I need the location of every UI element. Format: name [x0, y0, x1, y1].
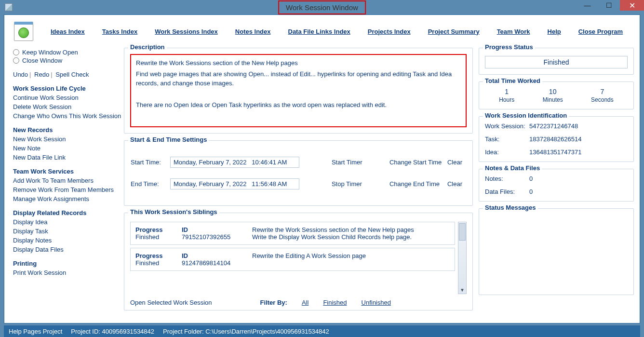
new-note-link[interactable]: New Note	[13, 145, 124, 152]
minutes-value: 10	[543, 88, 563, 95]
sibling-progress-value: Finished	[135, 233, 179, 241]
life-cycle-header: Work Session Life Cycle	[13, 85, 124, 92]
change-owner-link[interactable]: Change Who Owns This Work Session	[13, 112, 124, 120]
time-settings-legend: Start & End Time Settings	[128, 136, 209, 143]
menu-data-file-links-index[interactable]: Data File Links Index	[288, 28, 350, 35]
end-time-input[interactable]	[170, 178, 299, 189]
new-work-session-link[interactable]: New Work Session	[13, 135, 124, 143]
ws-id-value: 54722371246748	[529, 122, 628, 130]
sibling-progress-header: Progress	[135, 226, 179, 233]
menu-tasks-index[interactable]: Tasks Index	[102, 28, 137, 35]
sibling-id-value: 79152107392655	[182, 233, 249, 241]
siblings-list: Progress ID Rewrite the Work Sessions se…	[130, 219, 455, 294]
data-files-count-label: Data Files:	[485, 188, 529, 195]
titlebar: Work Session Window — ☐ ✕	[0, 0, 644, 14]
add-work-team-link[interactable]: Add Work To Team Members	[13, 177, 124, 184]
close-button[interactable]: ✕	[620, 0, 644, 11]
manage-assignments-link[interactable]: Manage Work Assignments	[13, 195, 124, 202]
idea-id-label: Idea:	[485, 148, 529, 156]
sibling-row[interactable]: Progress ID Rewrite the Editing A Work S…	[130, 248, 455, 271]
sibling-desc-line: Rewrite the Work Sessions section of the…	[252, 226, 450, 233]
progress-status-legend: Progress Status	[483, 43, 535, 51]
continue-work-session-link[interactable]: Continue Work Session	[13, 94, 124, 101]
maximize-button[interactable]: ☐	[598, 0, 620, 11]
minimize-button[interactable]: —	[577, 0, 598, 11]
print-work-session-link[interactable]: Print Work Session	[13, 269, 124, 276]
siblings-scrollbar[interactable]: ▲ ▼	[458, 222, 467, 294]
status-messages-legend: Status Messages	[483, 204, 538, 211]
main-panel: Description Rewrite the Work Sessions se…	[124, 48, 479, 323]
sibling-progress-header: Progress	[135, 252, 179, 259]
menu-close-program[interactable]: Close Program	[578, 28, 623, 35]
seconds-label: Seconds	[591, 96, 614, 103]
filter-unfinished-link[interactable]: Unfinished	[362, 299, 391, 306]
scroll-down-icon[interactable]: ▼	[458, 286, 466, 294]
progress-status-field[interactable]	[485, 56, 628, 68]
undo-link[interactable]: Undo	[13, 71, 28, 78]
task-id-value: 183728482626514	[529, 135, 628, 143]
team-services-header: Team Work Services	[13, 168, 124, 175]
display-notes-link[interactable]: Display Notes	[13, 237, 124, 244]
notes-count-label: Notes:	[485, 175, 529, 182]
keep-window-open-radio[interactable]: Keep Window Open	[13, 49, 124, 56]
redo-link[interactable]: Redo	[34, 71, 49, 78]
scroll-thumb[interactable]	[459, 223, 466, 241]
sibling-desc-line: Write the Display Work Session Child Rec…	[252, 233, 450, 241]
start-timer-link[interactable]: Start Timer	[332, 159, 362, 166]
status-project-id: Project ID: 400956931534842	[71, 328, 154, 335]
delete-work-session-link[interactable]: Delete Work Session	[13, 103, 124, 110]
start-time-label: Start Time:	[130, 156, 170, 168]
calendar-clock-icon	[14, 22, 33, 41]
menu-team-work[interactable]: Team Work	[497, 28, 530, 35]
stop-timer-link[interactable]: Stop Timer	[332, 180, 362, 188]
idea-id-value: 136481351747371	[529, 148, 628, 156]
spell-check-link[interactable]: Spell Check	[55, 71, 89, 78]
new-data-file-link-link[interactable]: New Data File Link	[13, 154, 124, 161]
start-time-input[interactable]	[170, 157, 299, 168]
identification-legend: Work Session Identification	[483, 112, 569, 119]
time-settings-group: Start & End Time Settings Start Time: St…	[124, 140, 473, 206]
remove-work-team-link[interactable]: Remove Work From Team Members	[13, 186, 124, 193]
new-records-header: New Records	[13, 126, 124, 134]
filter-all-link[interactable]: All	[302, 299, 309, 306]
client-area: Ideas Index Tasks Index Work Sessions In…	[4, 14, 640, 324]
menu-notes-index[interactable]: Notes Index	[235, 28, 271, 35]
clear-end-link[interactable]: Clear	[447, 180, 462, 188]
menu-projects-index[interactable]: Projects Index	[368, 28, 411, 35]
undo-redo-spell-bar: Undo| Redo| Spell Check	[13, 71, 124, 78]
display-data-files-link[interactable]: Display Data Files	[13, 246, 124, 253]
data-files-count-value: 0	[529, 188, 628, 195]
status-project-folder: Project Folder: C:\Users\Darren\Projects…	[163, 328, 329, 335]
filter-finished-link[interactable]: Finished	[323, 299, 347, 306]
change-end-time-link[interactable]: Change End Time	[389, 180, 440, 188]
description-legend: Description	[128, 43, 167, 51]
change-start-time-link[interactable]: Change Start Time	[389, 159, 442, 166]
menu-help[interactable]: Help	[548, 28, 561, 35]
sibling-row[interactable]: Progress ID Rewrite the Work Sessions se…	[130, 222, 455, 245]
notes-files-legend: Notes & Data Files	[483, 164, 542, 172]
window-title: Work Session Window	[278, 0, 366, 14]
menu-ideas-index[interactable]: Ideas Index	[51, 28, 85, 35]
open-selected-work-session-link[interactable]: Open Selected Work Session	[130, 299, 212, 306]
sibling-id-header: ID	[182, 226, 249, 233]
menu-work-sessions-index[interactable]: Work Sessions Index	[155, 28, 218, 35]
filter-by-label: Filter By:	[260, 299, 287, 306]
end-time-label: End Time:	[130, 178, 170, 190]
statusbar: Help Pages Project Project ID: 400956931…	[4, 325, 640, 337]
minutes-label: Minutes	[543, 96, 563, 103]
menu-project-summary[interactable]: Project Summary	[428, 28, 480, 35]
identification-group: Work Session Identification Work Session…	[479, 116, 634, 162]
display-related-header: Display Related Records	[13, 209, 124, 216]
close-window-radio[interactable]: Close Window	[13, 57, 124, 64]
display-task-link[interactable]: Display Task	[13, 228, 124, 235]
left-panel: Keep Window Open Close Window Undo| Redo…	[4, 48, 124, 323]
notes-count-value: 0	[529, 175, 628, 182]
progress-status-group: Progress Status	[479, 48, 634, 75]
sibling-id-header: ID	[182, 252, 249, 259]
menubar: Ideas Index Tasks Index Work Sessions In…	[4, 15, 640, 47]
sibling-desc-line: Rewrite the Editing A Work Session page	[252, 252, 450, 259]
description-textarea[interactable]: Rewrite the Work Sessions section of the…	[130, 54, 467, 127]
clear-start-link[interactable]: Clear	[447, 159, 462, 166]
display-idea-link[interactable]: Display Idea	[13, 218, 124, 226]
task-id-label: Task:	[485, 135, 529, 143]
